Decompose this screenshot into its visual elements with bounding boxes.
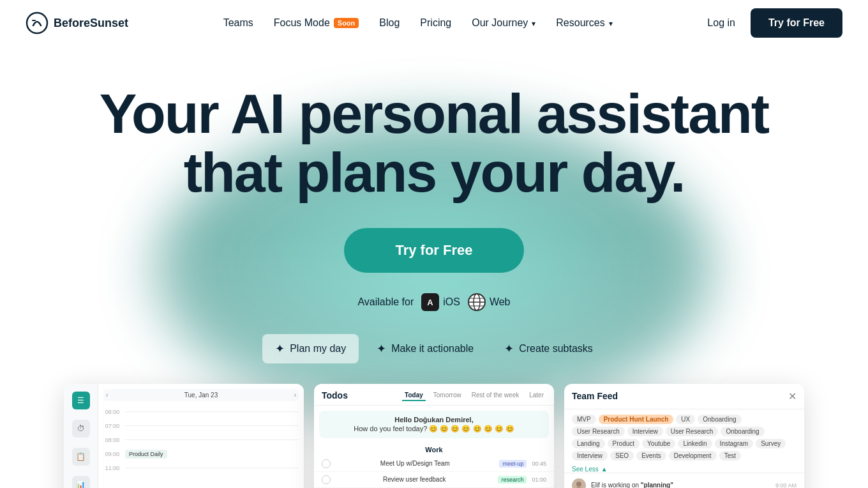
task-item-0: Meet Up w/Design Team meet-up 00:45 (314, 456, 554, 472)
feed-tag-landing: Landing (572, 439, 605, 448)
soon-badge: Soon (334, 18, 359, 28)
time-slot-1100: 11:00 (103, 462, 299, 474)
tab-tomorrow[interactable]: Tomorrow (431, 390, 464, 401)
see-less-button[interactable]: See Less ▲ (564, 466, 804, 473)
member-avatar-main (572, 478, 586, 488)
sidebar-planning-icon: 📋 (72, 448, 90, 466)
feature-tabs: ✦ Plan my day ✦ Make it actionable ✦ Cre… (13, 334, 855, 363)
nav-links: Teams Focus Mode Soon Blog Pricing Our J… (223, 17, 613, 29)
feed-activity-text: Elif is working on "planning" (591, 482, 673, 488)
team-feed-title: Team Feed (572, 391, 618, 401)
ai-greeting: Hello Doğukan Demirel, (326, 416, 542, 423)
tab-later[interactable]: Later (527, 390, 546, 401)
app-header-bar: ‹ Tue, Jan 23 › (103, 389, 299, 401)
task-name-1: Review user feedback (336, 476, 493, 483)
time-slot-0800: 08:00 (103, 434, 299, 446)
feed-tag-youtube: Youtube (642, 439, 675, 448)
task-name-0: Meet Up w/Design Team (336, 460, 494, 467)
nav-link-pricing[interactable]: Pricing (420, 17, 451, 29)
feed-tag-instagram: Instagram (715, 439, 753, 448)
sidebar-todos-icon: ☰ (72, 392, 90, 409)
task-checkbox-1[interactable] (322, 475, 331, 484)
feed-tag-onboarding: Onboarding (698, 415, 741, 424)
feed-tag-interview-2: Interview (572, 451, 608, 461)
nav-right: Log in Try for Free (707, 8, 842, 38)
prev-arrow-icon[interactable]: ‹ (106, 392, 108, 399)
platform-ios: A iOS (421, 293, 460, 311)
next-arrow-icon[interactable]: › (294, 392, 296, 399)
todos-title: Todos (322, 390, 348, 400)
screenshots-row: ☰ ⏱ 📋 📊 ‹ Tue, Jan 23 › 06:00 (13, 384, 855, 488)
screenshot-todos: Todos Today Tomorrow Rest of the week La… (314, 384, 554, 488)
team-feed-header: Team Feed ✕ (564, 384, 804, 409)
feed-tag-seo: SEO (610, 451, 634, 461)
feed-tag-onboarding-2: Onboarding (721, 427, 764, 436)
sidebar-history-icon: ⏱ (72, 420, 90, 438)
task-chip: Product Daily (125, 450, 167, 459)
feed-tag-events: Events (636, 451, 666, 461)
nav-link-resources[interactable]: Resources (556, 17, 612, 29)
nav-link-our-journey[interactable]: Our Journey (472, 17, 535, 29)
feed-activity-time: 9:00 AM (775, 482, 797, 488)
sparkle-icon: ✦ (504, 342, 514, 356)
platform-web: Web (468, 293, 511, 311)
chevron-down-icon (532, 17, 535, 29)
svg-text:A: A (428, 298, 434, 307)
app-main: ‹ Tue, Jan 23 › 06:00 07:00 (98, 384, 304, 488)
feed-tag-product: Product (608, 439, 640, 448)
todos-ui: Todos Today Tomorrow Rest of the week La… (314, 384, 554, 488)
logo-icon (26, 11, 49, 34)
hero-section: Your AI personal assistant that plans yo… (0, 46, 868, 488)
try-free-hero-button[interactable]: Try for Free (344, 228, 523, 273)
feed-tag-test: Test (719, 451, 741, 461)
ios-icon: A (421, 293, 439, 311)
feed-tag-survey: Survey (756, 439, 786, 448)
logo-link[interactable]: BeforeSunset (26, 11, 128, 34)
sidebar-analytics-icon: 📊 (72, 476, 90, 488)
feed-tag-development: Development (669, 451, 717, 461)
feature-tab-create-subtasks[interactable]: ✦ Create subtasks (491, 334, 606, 363)
task-duration-1: 01:00 (532, 477, 546, 483)
hero-title: Your AI personal assistant that plans yo… (83, 84, 785, 202)
time-slot-0600: 06:00 (103, 406, 299, 418)
nav-link-blog[interactable]: Blog (379, 17, 400, 29)
svg-point-0 (27, 13, 47, 33)
tags-grid: MVP Product Hunt Launch UX Onboarding Us… (564, 409, 804, 466)
app-sidebar: ☰ ⏱ 📋 📊 (64, 384, 98, 488)
time-slot-0900: 09:00 Product Daily (103, 448, 299, 460)
feature-tab-make-actionable[interactable]: ✦ Make it actionable (364, 334, 486, 363)
task-tag-0: meet-up (499, 460, 527, 468)
tab-today[interactable]: Today (402, 390, 426, 401)
close-icon[interactable]: ✕ (788, 390, 797, 402)
web-icon (468, 293, 486, 311)
chevron-down-icon (609, 17, 613, 29)
team-feed-ui: Team Feed ✕ MVP Product Hunt Launch UX O… (564, 384, 804, 488)
feed-tag-ux: UX (676, 415, 695, 424)
logo-text: BeforeSunset (54, 17, 128, 30)
ai-message: Hello Doğukan Demirel, How do you feel t… (319, 411, 549, 438)
todos-header: Todos Today Tomorrow Rest of the week La… (314, 384, 554, 406)
feature-tab-plan-my-day[interactable]: ✦ Plan my day (262, 334, 359, 363)
try-free-nav-button[interactable]: Try for Free (751, 8, 842, 38)
chevron-up-icon: ▲ (601, 466, 608, 473)
nav-link-focus-mode[interactable]: Focus Mode Soon (274, 17, 359, 29)
task-tag-1: research (498, 476, 527, 484)
hero-cta: Try for Free (13, 228, 855, 273)
screenshot-team-feed: Team Feed ✕ MVP Product Hunt Launch UX O… (564, 384, 804, 488)
sparkle-icon: ✦ (275, 342, 285, 356)
task-item-1: Review user feedback research 01:00 (314, 472, 554, 488)
tab-rest-of-week[interactable]: Rest of the week (469, 390, 521, 401)
nav-link-teams[interactable]: Teams (223, 17, 253, 29)
feed-tag-interview: Interview (627, 427, 663, 436)
feed-tag-linkedin: Linkedin (678, 439, 712, 448)
svg-point-10 (576, 482, 581, 487)
task-section-work: Work (314, 443, 554, 456)
login-link[interactable]: Log in (707, 17, 735, 29)
task-checkbox-0[interactable] (322, 459, 331, 468)
navbar: BeforeSunset Teams Focus Mode Soon Blog … (0, 0, 868, 46)
task-duration-0: 00:45 (532, 461, 546, 467)
feed-tag-user-research: User Research (572, 427, 625, 436)
ai-message-text: How do you feel today? 😊 😊 😊 😊 😊 😊 😊 😊 (326, 425, 542, 433)
screenshot-app: ☰ ⏱ 📋 📊 ‹ Tue, Jan 23 › 06:00 (64, 384, 304, 488)
todos-tabs: Today Tomorrow Rest of the week Later (402, 390, 546, 401)
